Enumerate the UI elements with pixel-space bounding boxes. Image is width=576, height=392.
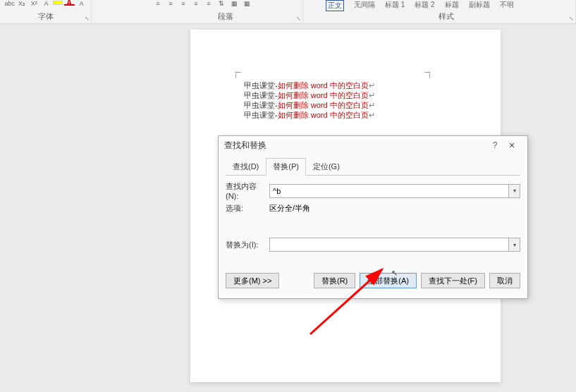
- document-line: 甲虫课堂-如何删除 word 中的空白页↵: [244, 80, 375, 90]
- find-next-button[interactable]: 查找下一处(F): [421, 273, 485, 288]
- ribbon-group-label: 字体: [0, 11, 91, 22]
- find-what-input[interactable]: [269, 184, 509, 198]
- align-distribute-icon[interactable]: ≡: [203, 1, 214, 6]
- style-heading1[interactable]: 标题 1: [385, 0, 405, 10]
- find-replace-dialog: 查找和替换 ? × 查找(D) 替换(P) 定位(G) 查找内容(N): ▾ 选…: [218, 135, 528, 299]
- dialog-launcher-icon[interactable]: ⤡: [296, 16, 301, 22]
- dialog-launcher-icon[interactable]: ⤡: [85, 16, 90, 22]
- replace-with-input[interactable]: [269, 238, 509, 252]
- align-justify-icon[interactable]: ≡: [190, 1, 202, 6]
- tab-find[interactable]: 查找(D): [226, 158, 266, 176]
- help-button[interactable]: ?: [488, 140, 502, 150]
- options-value: 区分全/半角: [269, 203, 310, 214]
- document-line: 甲虫课堂-如何删除 word 中的空白页↵: [244, 110, 375, 120]
- replace-button[interactable]: 替换(R): [314, 273, 355, 288]
- style-other[interactable]: 不明: [500, 0, 514, 10]
- ribbon-group-label: 样式: [317, 11, 575, 22]
- dialog-titlebar[interactable]: 查找和替换 ? ×: [219, 136, 527, 154]
- dialog-tabs: 查找(D) 替换(P) 定位(G): [226, 157, 520, 176]
- strikethrough-icon[interactable]: abc: [4, 1, 15, 6]
- replace-all-button[interactable]: 全部替换(A): [360, 273, 417, 288]
- style-subtitle[interactable]: 副标题: [469, 0, 490, 10]
- close-button[interactable]: ×: [502, 140, 522, 151]
- borders-icon[interactable]: ▦: [241, 1, 252, 6]
- align-center-icon[interactable]: ≡: [165, 1, 176, 6]
- superscript-icon[interactable]: X²: [29, 1, 39, 6]
- margin-corner-icon: [424, 72, 430, 78]
- font-color-icon[interactable]: A: [64, 1, 75, 6]
- dialog-title-text: 查找和替换: [224, 140, 488, 152]
- tab-replace[interactable]: 替换(P): [266, 158, 306, 176]
- ribbon-group-label: 段落: [148, 11, 302, 22]
- more-button[interactable]: 更多(M) >>: [226, 273, 279, 288]
- style-normal[interactable]: 正文: [326, 0, 344, 11]
- find-history-dropdown[interactable]: ▾: [509, 184, 520, 198]
- margin-corner-icon: [235, 72, 241, 78]
- document-line: 甲虫课堂-如何删除 word 中的空白页↵: [244, 100, 375, 110]
- cancel-button[interactable]: 取消: [489, 273, 520, 288]
- document-workspace: 甲虫课堂-如何删除 word 中的空白页↵ 甲虫课堂-如何删除 word 中的空…: [0, 24, 576, 392]
- ribbon: abc X₂ X² A A A 字体 ⤡ ≡ ≡ ≡ ≡ ≡ ⇅ ▦ ▦ 段落 …: [0, 0, 576, 24]
- dialog-launcher-icon[interactable]: ⤡: [569, 16, 574, 22]
- align-left-icon[interactable]: ≡: [152, 1, 164, 6]
- ribbon-group-paragraph: ≡ ≡ ≡ ≡ ≡ ⇅ ▦ ▦ 段落 ⤡: [148, 0, 303, 23]
- text-effects-icon[interactable]: A: [41, 1, 51, 6]
- line-spacing-icon[interactable]: ⇅: [216, 1, 227, 6]
- ribbon-group-styles: 正文 无间隔 标题 1 标题 2 标题 副标题 不明 样式 ⤡: [317, 0, 576, 23]
- tab-goto[interactable]: 定位(G): [306, 158, 347, 176]
- replace-history-dropdown[interactable]: ▾: [509, 238, 520, 252]
- find-what-label: 查找内容(N):: [226, 181, 269, 200]
- style-title[interactable]: 标题: [445, 0, 459, 10]
- align-right-icon[interactable]: ≡: [178, 1, 189, 6]
- ribbon-group-font: abc X₂ X² A A A 字体 ⤡: [0, 0, 92, 23]
- highlight-icon[interactable]: [53, 1, 62, 5]
- replace-with-label: 替换为(I):: [226, 240, 269, 250]
- style-nospacing[interactable]: 无间隔: [354, 0, 375, 10]
- options-label: 选项:: [226, 203, 269, 214]
- style-heading2[interactable]: 标题 2: [415, 0, 434, 10]
- subscript-icon[interactable]: X₂: [16, 1, 27, 6]
- document-line: 甲虫课堂-如何删除 word 中的空白页↵: [244, 90, 375, 100]
- char-shading-icon[interactable]: A: [76, 1, 87, 6]
- shading-icon[interactable]: ▦: [228, 1, 240, 6]
